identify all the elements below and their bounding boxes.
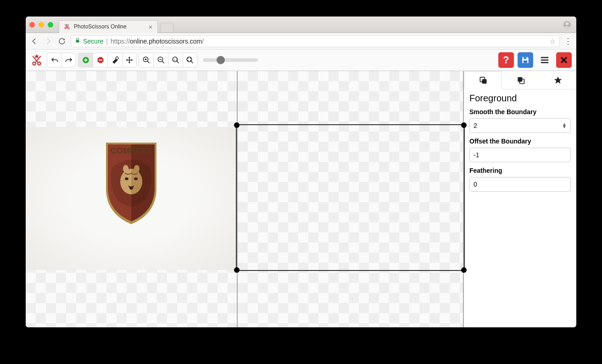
svg-rect-17	[524, 57, 527, 59]
tab-effects[interactable]	[539, 71, 576, 89]
zoom-out-button[interactable]	[153, 53, 168, 67]
foreground-panel: Foreground Smooth the Boundary 2 ▲▼ Offs…	[464, 89, 576, 195]
favicon-scissors-icon	[64, 23, 70, 30]
add-marker-button[interactable]	[78, 53, 93, 67]
svg-point-16	[187, 57, 192, 62]
svg-text:1:1: 1:1	[173, 58, 177, 61]
zoom-fit-button[interactable]	[183, 53, 197, 67]
svg-point-24	[134, 165, 139, 172]
svg-rect-5	[76, 40, 79, 43]
app-logo-icon	[30, 54, 43, 66]
svg-marker-29	[554, 76, 562, 83]
undo-button[interactable]	[47, 53, 61, 67]
smooth-label: Smooth the Boundary	[469, 108, 571, 116]
marker-group	[78, 53, 137, 67]
new-tab-button[interactable]	[161, 23, 173, 32]
svg-point-1	[67, 27, 69, 29]
help-button[interactable]: ?	[498, 52, 514, 68]
svg-point-4	[566, 22, 569, 25]
back-button[interactable]	[29, 36, 39, 46]
address-bar: Secure | https://online.photoscissors.co…	[26, 33, 576, 50]
tab-foreground[interactable]	[464, 71, 502, 89]
profile-icon[interactable]	[563, 20, 572, 29]
feather-label: Feathering	[469, 167, 571, 174]
svg-point-6	[33, 62, 36, 65]
svg-point-23	[123, 165, 128, 172]
url-host: online.photoscissors.com	[130, 38, 202, 45]
offset-input[interactable]: -1	[469, 148, 571, 162]
svg-marker-8	[34, 54, 39, 59]
crop-handle-tr[interactable]	[461, 122, 467, 128]
sidebar-tabs	[464, 71, 576, 89]
svg-text:COMPANY: COMPANY	[111, 146, 152, 155]
svg-rect-26	[482, 79, 486, 84]
url-field[interactable]: Secure | https://online.photoscissors.co…	[71, 35, 560, 47]
redo-button[interactable]	[61, 53, 76, 67]
svg-rect-18	[524, 61, 527, 63]
source-image[interactable]: COMPANY	[26, 127, 237, 270]
slider-thumb[interactable]	[217, 56, 225, 64]
eraser-button[interactable]	[107, 53, 122, 67]
chevron-updown-icon: ▲▼	[562, 123, 567, 128]
tab-title: PhotoScissors Online	[74, 23, 127, 30]
close-window-button[interactable]	[29, 22, 35, 28]
browser-menu-icon[interactable]: ⋮	[563, 36, 573, 46]
crop-rectangle[interactable]	[236, 124, 465, 271]
save-button[interactable]	[518, 52, 533, 68]
remove-marker-button[interactable]	[93, 53, 107, 67]
result-pane	[238, 71, 464, 327]
zoom-in-button[interactable]	[139, 53, 153, 67]
zoom-group: 1:1	[139, 53, 197, 67]
crop-handle-bl[interactable]	[234, 267, 240, 273]
svg-point-21	[125, 177, 128, 180]
crop-handle-br[interactable]	[461, 267, 467, 273]
feather-input[interactable]: 0	[469, 177, 571, 192]
brush-size-slider[interactable]	[203, 58, 267, 62]
smooth-select[interactable]: 2 ▲▼	[469, 118, 571, 133]
close-button[interactable]	[556, 52, 572, 68]
url-protocol: https://	[111, 38, 130, 45]
tab-background[interactable]	[502, 71, 539, 89]
original-pane: COMPANY	[26, 71, 238, 327]
crop-handle-tl[interactable]	[234, 122, 240, 128]
lock-icon	[75, 37, 80, 45]
url-path: /	[202, 38, 204, 45]
zoom-actual-button[interactable]: 1:1	[168, 53, 183, 67]
panel-heading: Foreground	[469, 93, 571, 104]
reload-button[interactable]	[57, 36, 67, 46]
bookmark-star-icon[interactable]: ☆	[550, 38, 556, 45]
sidebar: Foreground Smooth the Boundary 2 ▲▼ Offs…	[464, 71, 576, 327]
secure-label: Secure	[83, 38, 103, 45]
maximize-window-button[interactable]	[48, 22, 53, 28]
close-tab-icon[interactable]: ×	[149, 23, 153, 31]
browser-tab[interactable]: PhotoScissors Online ×	[59, 20, 158, 33]
svg-point-22	[134, 177, 138, 180]
move-button[interactable]	[122, 53, 137, 67]
app-toolbar: 1:1 ?	[26, 50, 576, 71]
forward-button[interactable]	[43, 36, 53, 46]
window-controls	[29, 22, 53, 28]
undo-redo-group	[47, 53, 76, 67]
minimize-window-button[interactable]	[39, 22, 44, 28]
workspace: COMPANY	[26, 71, 576, 327]
offset-label: Offset the Boundary	[469, 138, 571, 145]
company-logo: COMPANY	[101, 138, 161, 225]
svg-point-7	[38, 62, 41, 65]
tab-bar: PhotoScissors Online ×	[26, 17, 576, 33]
hamburger-menu-icon[interactable]	[537, 52, 552, 68]
svg-point-0	[65, 27, 67, 29]
browser-window: PhotoScissors Online × Secure | https://…	[26, 17, 576, 327]
